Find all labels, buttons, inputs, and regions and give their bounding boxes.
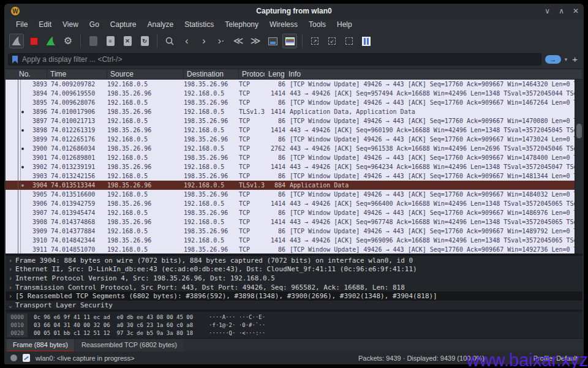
hex-dump-row[interactable]: 002000 05 01 bb c1 12 51 12 97 3c de b5 …	[6, 329, 582, 337]
table-row[interactable]: 389874.012261319198.35.26.96192.168.0.5T…	[6, 126, 582, 135]
table-row[interactable]: 390974.014377884192.168.0.5198.35.26.96T…	[6, 227, 582, 236]
detail-tree-row[interactable]: ›Ethernet II, Src: D-LinkIn_db:ee:43 (ec…	[6, 265, 582, 274]
cell-time: 74.013513344	[47, 181, 107, 190]
menu-telephony[interactable]: Telephony	[219, 19, 264, 30]
first-packet-icon[interactable]: ≪	[231, 34, 246, 48]
add-filter-button[interactable]: +	[571, 54, 580, 66]
cell-dst: 198.35.26.96	[184, 245, 239, 253]
menu-wireless[interactable]: Wireless	[264, 19, 303, 30]
expander-icon[interactable]: ›	[6, 293, 15, 299]
cell-info: 443 → 49426 [ACK] Seq=967748 Ack=16688 W…	[285, 217, 582, 227]
detail-tree-row[interactable]: ›Transmission Control Protocol, Src Port…	[6, 283, 582, 292]
table-row[interactable]: 389974.012265176192.168.0.5198.35.26.96T…	[6, 135, 582, 144]
reload-file-icon[interactable]: ↻	[137, 34, 152, 48]
close-icon[interactable]: ✕	[573, 7, 579, 15]
cell-dst: 198.35.26.96	[184, 153, 239, 162]
expander-icon[interactable]: ›	[6, 266, 15, 272]
table-row[interactable]: 389574.009628076192.168.0.5198.35.26.96T…	[6, 98, 582, 107]
minimize-icon[interactable]: ∨	[545, 7, 550, 15]
detail-tree-row[interactable]: ›Frame 3904: 884 bytes on wire (7072 bit…	[6, 256, 582, 265]
auto-scroll-icon[interactable]	[265, 34, 280, 48]
table-row[interactable]: 390074.012686034198.35.26.96192.168.0.5T…	[6, 144, 582, 153]
table-row[interactable]: 390174.012689801192.168.0.5198.35.26.96T…	[6, 153, 582, 162]
detail-tree-row[interactable]: ›Internet Protocol Version 4, Src: 198.3…	[6, 274, 582, 283]
menu-view[interactable]: View	[57, 19, 84, 30]
table-row[interactable]: 389674.010017906198.35.26.96192.168.0.5T…	[6, 107, 582, 116]
filter-bookmark-icon[interactable]	[12, 56, 18, 64]
cell-info: [TCP Window Update] 49426 → 443 [ACK] Se…	[285, 153, 582, 162]
cell-src: 192.168.0.5	[107, 190, 184, 199]
start-capture-icon[interactable]	[9, 34, 24, 48]
hex-ascii: ······Q· ·<···:··	[209, 329, 265, 337]
detail-tree-row[interactable]: ⌄Transport Layer Security	[6, 301, 582, 310]
find-packet-icon[interactable]	[162, 34, 177, 48]
hex-offset: 0000	[7, 314, 28, 321]
stop-capture-icon[interactable]	[26, 34, 41, 48]
hex-dump-row[interactable]: 00000c 96 e6 9f 41 11 ec ad e0 db ee 43 …	[6, 314, 582, 321]
menu-capture[interactable]: Capture	[105, 19, 142, 30]
table-row[interactable]: 390474.013513344198.35.26.96192.168.0.5T…	[6, 181, 582, 190]
column-header-info[interactable]: Info	[285, 69, 582, 79]
save-file-icon[interactable]: ≡	[103, 34, 118, 48]
maximize-icon[interactable]: ∧	[559, 7, 564, 15]
normal-size-icon[interactable]	[342, 34, 356, 48]
next-packet-icon[interactable]: ›	[197, 34, 211, 48]
zoom-in-icon[interactable]: ↗	[307, 34, 322, 48]
column-header-source[interactable]: Source	[107, 69, 184, 79]
table-row[interactable]: 390574.013516600192.168.0.5198.35.26.96T…	[6, 190, 582, 199]
hex-ascii: ·f·1@·2· ·0·#·`··	[209, 321, 265, 329]
table-row[interactable]: 391074.014842344198.35.26.96192.168.0.5T…	[6, 236, 582, 245]
table-row[interactable]: 390674.013942759198.35.26.96192.168.0.5T…	[6, 199, 582, 208]
table-row[interactable]: 390874.014374868198.35.26.96192.168.0.5T…	[6, 217, 582, 227]
resize-columns-icon[interactable]	[359, 34, 374, 48]
capture-options-icon[interactable]: ⚙	[61, 34, 75, 48]
menu-analyze[interactable]: Analyze	[142, 19, 179, 30]
menu-go[interactable]: Go	[84, 19, 105, 30]
expander-icon[interactable]: ⌄	[6, 302, 15, 309]
expander-icon[interactable]: ›	[6, 284, 15, 291]
last-packet-icon[interactable]: ≫	[248, 34, 263, 48]
menu-edit[interactable]: Edit	[33, 19, 57, 30]
expander-icon[interactable]: ›	[6, 275, 15, 282]
table-row[interactable]: 390374.013242156192.168.0.5198.35.26.96T…	[6, 171, 582, 181]
cell-proto: TCP	[239, 245, 265, 253]
column-header-destination[interactable]: Destination	[184, 69, 239, 79]
expert-info-icon[interactable]	[10, 355, 17, 361]
close-file-icon[interactable]: ✕	[120, 34, 135, 48]
expander-icon[interactable]: ›	[6, 257, 15, 264]
open-file-icon[interactable]	[86, 34, 100, 48]
table-row[interactable]: 389474.009619550198.35.26.96192.168.0.5T…	[6, 89, 582, 98]
scrollbar-thumb[interactable]	[576, 124, 582, 138]
zoom-out-icon[interactable]: ↙	[325, 34, 339, 48]
table-row[interactable]: 390774.013945474192.168.0.5198.35.26.96T…	[6, 208, 582, 217]
toolbar-separator	[80, 34, 81, 48]
table-row[interactable]: 389774.010021713192.168.0.5198.35.26.96T…	[6, 116, 582, 126]
cell-info: 443 → 49426 [ACK] Seq=961538 Ack=16688 W…	[285, 144, 582, 153]
menu-statistics[interactable]: Statistics	[179, 19, 219, 30]
menu-tools[interactable]: Tools	[303, 19, 331, 30]
hex-dump-row[interactable]: 001003 66 04 31 40 00 32 06 a0 30 c6 23 …	[6, 321, 582, 329]
table-row[interactable]: 391174.014851070192.168.0.5198.35.26.96T…	[6, 245, 582, 253]
column-header-lengt[interactable]: Lengt	[265, 69, 285, 79]
byte-view-tab[interactable]: Frame (884 bytes)	[7, 339, 74, 351]
filter-dropdown-icon[interactable]: ▾	[565, 56, 568, 62]
menu-file[interactable]: File	[10, 19, 33, 30]
capture-comment-icon[interactable]	[23, 354, 30, 362]
packet-list-scrollbar[interactable]	[575, 80, 582, 253]
column-header-protocol[interactable]: Protocol	[239, 69, 265, 79]
cell-dst: 192.168.0.5	[184, 144, 239, 153]
restart-capture-icon[interactable]	[43, 34, 58, 48]
apply-filter-button[interactable]: →	[545, 55, 561, 64]
detail-tree-row[interactable]: ›[5 Reassembled TCP Segments (6802 bytes…	[6, 291, 582, 301]
previous-packet-icon[interactable]: ‹	[179, 34, 194, 48]
go-to-packet-icon[interactable]: ›·	[214, 34, 228, 48]
table-row[interactable]: 389374.009209782192.168.0.5198.35.26.96T…	[6, 80, 582, 89]
byte-view-tab[interactable]: Reassembled TCP (6802 bytes)	[75, 339, 183, 351]
cell-proto: TCP	[239, 144, 265, 153]
column-header-no[interactable]: No.	[6, 69, 47, 79]
column-header-time[interactable]: Time	[47, 69, 107, 79]
menu-help[interactable]: Help	[331, 19, 358, 30]
display-filter-input[interactable]: Apply a display filter ... <Ctrl-/>	[8, 53, 541, 66]
table-row[interactable]: 390274.013239191198.35.26.96192.168.0.5T…	[6, 162, 582, 171]
colorize-icon[interactable]	[282, 34, 297, 48]
